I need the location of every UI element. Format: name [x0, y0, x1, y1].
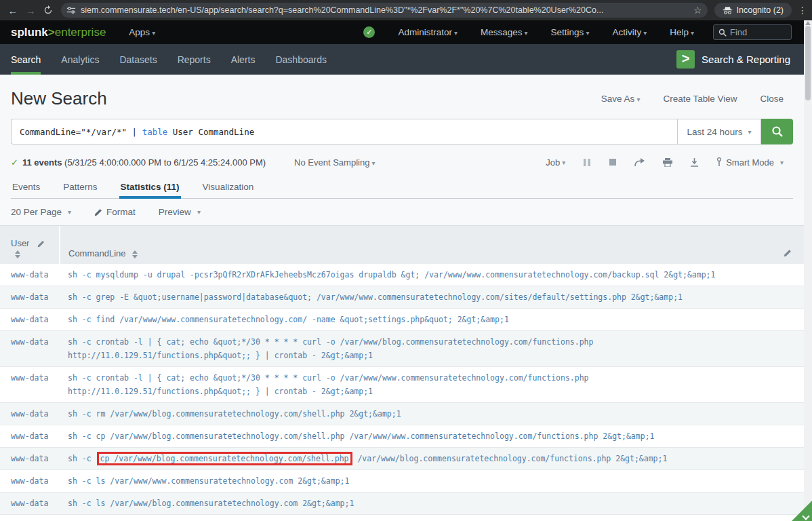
- back-icon[interactable]: ←: [4, 5, 22, 16]
- splunk-topbar: splunk>enterprise Apps▾ ✓ Administrator▾…: [0, 20, 804, 44]
- commandline-cell[interactable]: sh -c ls /var/www/www.commensuratetechno…: [60, 470, 804, 493]
- incognito-badge[interactable]: Incognito (2): [714, 3, 792, 18]
- table-row: www-datash -c mysqldump -u drupal -pcsr3…: [0, 264, 804, 286]
- edit-table-icon[interactable]: [784, 249, 792, 257]
- user-avatar[interactable]: ✓: [363, 26, 375, 38]
- forward-icon[interactable]: →: [22, 5, 39, 16]
- tab-visualization[interactable]: Visualization: [201, 176, 256, 198]
- sort-icon[interactable]: [15, 250, 20, 258]
- user-cell[interactable]: www-data: [0, 286, 60, 309]
- bookmark-star-icon[interactable]: ☆: [693, 5, 702, 16]
- help-menu[interactable]: Help▾: [670, 27, 694, 37]
- stop-icon[interactable]: [609, 158, 617, 166]
- results-table-body: www-datash -c mysqldump -u drupal -pcsr3…: [0, 264, 804, 521]
- events-summary: 11 events (5/31/25 4:00:00.000 PM to 6/1…: [22, 157, 266, 168]
- smart-mode-icon: [716, 157, 722, 167]
- sort-icon[interactable]: [132, 250, 138, 258]
- activity-menu[interactable]: Activity▾: [612, 27, 647, 37]
- create-table-view-button[interactable]: Create Table View: [663, 94, 737, 104]
- job-menu[interactable]: Job▾: [546, 157, 565, 168]
- user-cell[interactable]: www-data: [0, 331, 60, 367]
- pause-icon[interactable]: [583, 158, 591, 167]
- commandline-cell[interactable]: sh -c cp /var/www/blog.commensuratetechn…: [60, 448, 804, 470]
- commandline-cell[interactable]: sh -c ls /var/www/blog.commensuratetechn…: [60, 493, 804, 515]
- splunk-logo[interactable]: splunk>enterprise: [11, 26, 106, 39]
- browser-menu-icon[interactable]: ⋮: [796, 5, 809, 16]
- commandline-cell[interactable]: sh -c cp /var/www/blog.commensuratetechn…: [60, 425, 804, 448]
- scroll-corner-button[interactable]: [792, 501, 812, 521]
- url-text[interactable]: siem.commensurate.tech/en-US/app/search/…: [81, 5, 689, 15]
- table-row: www-datash -c rm /var/www/blog.commensur…: [0, 403, 804, 425]
- table-row: www-datash -c ls /var/www/www.commensura…: [0, 470, 804, 493]
- search-magnifier-icon: [771, 126, 784, 138]
- url-bar[interactable]: siem.commensurate.tech/en-US/app/search/…: [61, 3, 708, 18]
- app-identity[interactable]: > Search & Reporting: [676, 50, 790, 69]
- commandline-cell[interactable]: sh -c mysqldump -u drupal -pcsr3pQfR2rXD…: [60, 264, 804, 286]
- page-scrollbar[interactable]: [804, 20, 812, 521]
- browser-toolbar: ← → siem.commensurate.tech/en-US/app/sea…: [0, 0, 812, 20]
- user-cell[interactable]: www-data: [0, 515, 60, 521]
- tab-events[interactable]: Events: [11, 176, 41, 198]
- appnav-analytics[interactable]: Analytics: [61, 44, 99, 75]
- app-navbar: Search Analytics Datasets Reports Alerts…: [0, 44, 804, 75]
- appnav-dashboards[interactable]: Dashboards: [275, 44, 327, 75]
- user-cell[interactable]: www-data: [0, 470, 60, 493]
- time-range-picker[interactable]: Last 24 hours▾: [677, 119, 761, 144]
- results-tabs: Events Patterns Statistics (11) Visualiz…: [11, 176, 793, 199]
- table-row: www-datash -c crontab -l | { cat; echo &…: [0, 331, 804, 367]
- table-row: www-datash -c cp /var/www/blog.commensur…: [0, 448, 804, 470]
- user-cell[interactable]: www-data: [0, 403, 60, 425]
- preview-menu[interactable]: Preview▾: [159, 207, 201, 217]
- scrollbar-up-icon[interactable]: [805, 21, 811, 25]
- site-info-icon[interactable]: [66, 5, 76, 15]
- administrator-menu[interactable]: Administrator▾: [398, 27, 458, 37]
- table-row: www-datash -c cp /var/www/blog.commensur…: [0, 425, 804, 448]
- table-row: www-datash -c ls /var/www 2&gt;&amp;1: [0, 515, 804, 521]
- edit-column-icon[interactable]: [37, 240, 45, 248]
- save-as-button[interactable]: Save As▾: [601, 94, 641, 104]
- export-icon[interactable]: [690, 158, 699, 167]
- app-name: Search & Reporting: [702, 54, 790, 65]
- search-mode-menu[interactable]: Smart Mode▾: [716, 157, 784, 168]
- incognito-label: Incognito (2): [737, 5, 784, 15]
- event-sampling-menu[interactable]: No Event Sampling▾: [294, 157, 375, 168]
- user-cell[interactable]: www-data: [0, 367, 60, 403]
- commandline-cell[interactable]: sh -c rm /var/www/blog.commensuratetechn…: [60, 403, 804, 425]
- close-button[interactable]: Close: [760, 94, 784, 104]
- apps-menu[interactable]: Apps▾: [129, 27, 155, 37]
- user-cell[interactable]: www-data: [0, 493, 60, 515]
- main-content: New Search Save As▾ Create Table View Cl…: [0, 75, 804, 521]
- format-menu[interactable]: Format: [94, 207, 136, 217]
- table-row: www-datash -c ls /var/www/blog.commensur…: [0, 493, 804, 515]
- user-cell[interactable]: www-data: [0, 448, 60, 470]
- per-page-menu[interactable]: 20 Per Page▾: [11, 207, 71, 217]
- scrollbar-thumb[interactable]: [805, 26, 811, 100]
- column-header-user[interactable]: User: [0, 226, 60, 264]
- table-row: www-datash -c find /var/www/www.commensu…: [0, 309, 804, 331]
- commandline-cell[interactable]: sh -c find /var/www/www.commensuratetech…: [60, 309, 804, 331]
- find-input[interactable]: Find: [713, 24, 792, 40]
- find-placeholder: Find: [730, 27, 747, 37]
- print-icon[interactable]: [663, 158, 672, 167]
- search-button[interactable]: [761, 119, 793, 144]
- appnav-alerts[interactable]: Alerts: [231, 44, 256, 75]
- appnav-reports[interactable]: Reports: [178, 44, 211, 75]
- user-cell[interactable]: www-data: [0, 425, 60, 448]
- column-header-commandline[interactable]: CommandLine: [60, 226, 804, 264]
- user-cell[interactable]: www-data: [0, 309, 60, 331]
- commandline-cell[interactable]: sh -c crontab -l | { cat; echo &quot;*/3…: [60, 367, 804, 403]
- commandline-cell[interactable]: sh -c crontab -l | { cat; echo &quot;*/3…: [60, 331, 804, 367]
- highlight-red-box: cp /var/www/blog.commensuratetechnology.…: [97, 452, 352, 465]
- reload-icon[interactable]: [39, 5, 57, 15]
- tab-statistics[interactable]: Statistics (11): [119, 176, 181, 198]
- share-icon[interactable]: [634, 158, 645, 167]
- commandline-cell[interactable]: sh -c ls /var/www 2&gt;&amp;1: [60, 515, 804, 521]
- tab-patterns[interactable]: Patterns: [62, 176, 98, 198]
- appnav-datasets[interactable]: Datasets: [119, 44, 157, 75]
- settings-menu[interactable]: Settings▾: [551, 27, 590, 37]
- commandline-cell[interactable]: sh -c grep -E &quot;username|password|da…: [60, 286, 804, 309]
- user-cell[interactable]: www-data: [0, 264, 60, 286]
- search-query-input[interactable]: CommandLine="*/var/*" | table User Comma…: [11, 119, 677, 144]
- messages-menu[interactable]: Messages▾: [481, 27, 528, 37]
- appnav-search[interactable]: Search: [11, 44, 41, 75]
